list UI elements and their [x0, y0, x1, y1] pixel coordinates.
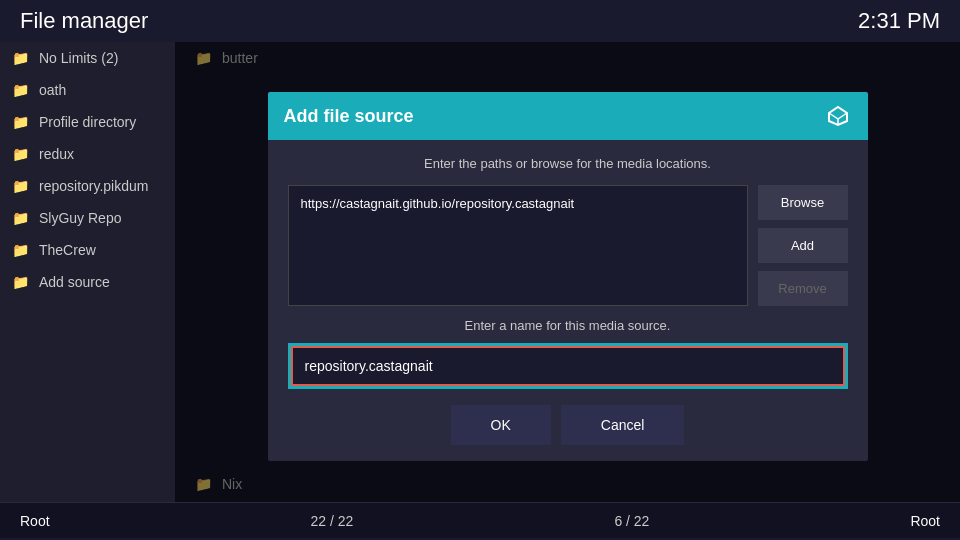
folder-icon: 📁	[12, 114, 29, 130]
dialog-action-row: OK Cancel	[288, 405, 848, 445]
folder-icon: 📁	[12, 146, 29, 162]
sidebar-item-profile-directory[interactable]: 📁 Profile directory	[0, 106, 175, 138]
sidebar-item-slyguy-repo[interactable]: 📁 SlyGuy Repo	[0, 202, 175, 234]
sidebar-item-label: repository.pikdum	[39, 178, 148, 194]
ok-button[interactable]: OK	[451, 405, 551, 445]
modal-overlay: Add file source Enter the paths or brows…	[175, 42, 960, 502]
remove-button[interactable]: Remove	[758, 271, 848, 306]
dialog-body: Enter the paths or browse for the media …	[268, 140, 868, 461]
name-input[interactable]	[291, 346, 845, 386]
footer-page-right: 6 / 22	[614, 513, 649, 529]
sidebar-item-thecrew[interactable]: 📁 TheCrew	[0, 234, 175, 266]
svg-line-2	[838, 113, 847, 119]
footer-page-left: 22 / 22	[311, 513, 354, 529]
folder-icon: 📁	[12, 50, 29, 66]
sidebar-item-label: redux	[39, 146, 74, 162]
add-icon: 📁	[12, 274, 29, 290]
cancel-button[interactable]: Cancel	[561, 405, 685, 445]
folder-icon: 📁	[12, 210, 29, 226]
kodi-icon	[824, 102, 852, 130]
folder-icon: 📁	[12, 242, 29, 258]
sidebar-item-label: Profile directory	[39, 114, 136, 130]
svg-line-1	[829, 113, 838, 119]
header: File manager 2:31 PM	[0, 0, 960, 42]
path-row: https://castagnait.github.io/repository.…	[288, 185, 848, 306]
sidebar-item-label: oath	[39, 82, 66, 98]
sidebar-item-add-source[interactable]: 📁 Add source	[0, 266, 175, 298]
dialog-header: Add file source	[268, 92, 868, 140]
main-layout: 📁 No Limits (2) 📁 oath 📁 Profile directo…	[0, 42, 960, 502]
sidebar-item-label: No Limits (2)	[39, 50, 118, 66]
sidebar-item-redux[interactable]: 📁 redux	[0, 138, 175, 170]
right-panel: 📁 butter Add file source	[175, 42, 960, 502]
dialog-side-buttons: Browse Add Remove	[758, 185, 848, 306]
sidebar: 📁 No Limits (2) 📁 oath 📁 Profile directo…	[0, 42, 175, 502]
sidebar-item-label: SlyGuy Repo	[39, 210, 121, 226]
path-value: https://castagnait.github.io/repository.…	[301, 196, 575, 211]
system-time: 2:31 PM	[858, 8, 940, 34]
path-instruction: Enter the paths or browse for the media …	[288, 156, 848, 171]
app-title: File manager	[20, 8, 148, 34]
path-input-area[interactable]: https://castagnait.github.io/repository.…	[288, 185, 748, 306]
footer-left-label: Root	[20, 513, 50, 529]
browse-button[interactable]: Browse	[758, 185, 848, 220]
sidebar-item-nolimits[interactable]: 📁 No Limits (2)	[0, 42, 175, 74]
name-input-wrapper	[288, 343, 848, 389]
add-file-source-dialog: Add file source Enter the paths or brows…	[268, 92, 868, 461]
add-button[interactable]: Add	[758, 228, 848, 263]
dialog-title: Add file source	[284, 106, 414, 127]
name-instruction: Enter a name for this media source.	[288, 318, 848, 333]
sidebar-item-label: TheCrew	[39, 242, 96, 258]
sidebar-item-repository-pikdum[interactable]: 📁 repository.pikdum	[0, 170, 175, 202]
folder-icon: 📁	[12, 82, 29, 98]
footer-right-label: Root	[910, 513, 940, 529]
footer: Root 22 / 22 6 / 22 Root	[0, 502, 960, 538]
sidebar-item-oath[interactable]: 📁 oath	[0, 74, 175, 106]
sidebar-item-label: Add source	[39, 274, 110, 290]
folder-icon: 📁	[12, 178, 29, 194]
